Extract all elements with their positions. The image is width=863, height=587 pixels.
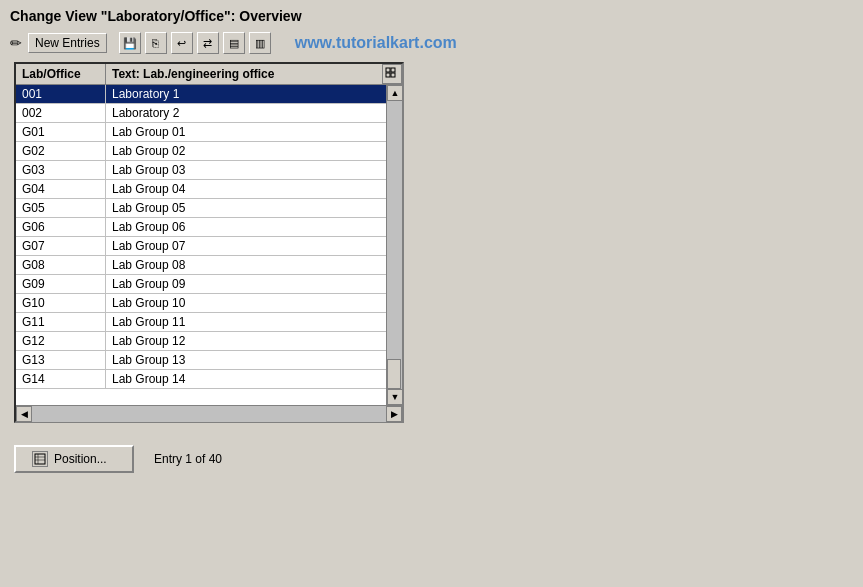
table-row[interactable]: G02Lab Group 02 [16,142,388,161]
cell-text-001: Laboratory 1 [106,85,388,103]
scroll-track [387,101,402,389]
import-button[interactable]: ▥ [249,32,271,54]
cell-lab-G01: G01 [16,123,106,141]
new-entries-button[interactable]: New Entries [28,33,107,53]
cell-text-G01: Lab Group 01 [106,123,388,141]
cell-text-G05: Lab Group 05 [106,199,388,217]
scroll-up-button[interactable]: ▲ [387,85,403,101]
content-area: Lab/Office Text: Lab./engineering office… [4,58,859,427]
save-button[interactable]: 💾 [119,32,141,54]
grid-icon-svg [385,67,399,81]
window-title: Change View "Laboratory/Office": Overvie… [10,8,302,24]
move-icon: ⇄ [203,37,212,50]
grid-settings-icon[interactable] [382,64,402,84]
scroll-down-button[interactable]: ▼ [387,389,403,405]
cell-text-G13: Lab Group 13 [106,351,388,369]
cell-text-002: Laboratory 2 [106,104,388,122]
cell-lab-G04: G04 [16,180,106,198]
column-header-lab: Lab/Office [16,64,106,84]
table-row[interactable]: G06Lab Group 06 [16,218,388,237]
cell-lab-G08: G08 [16,256,106,274]
table-row[interactable]: G04Lab Group 04 [16,180,388,199]
scroll-right-button[interactable]: ▶ [386,406,402,422]
scroll-thumb[interactable] [387,359,401,389]
move-button[interactable]: ⇄ [197,32,219,54]
export-button[interactable]: ▤ [223,32,245,54]
svg-rect-2 [386,73,390,77]
watermark: www.tutorialkart.com [295,34,457,52]
cell-lab-G09: G09 [16,275,106,293]
cell-lab-G05: G05 [16,199,106,217]
table-row[interactable]: G08Lab Group 08 [16,256,388,275]
table-row[interactable]: G11Lab Group 11 [16,313,388,332]
copy-icon: ⎘ [152,37,159,49]
cell-lab-G06: G06 [16,218,106,236]
cell-lab-G03: G03 [16,161,106,179]
position-icon [32,451,48,467]
cell-text-G03: Lab Group 03 [106,161,388,179]
table-header: Lab/Office Text: Lab./engineering office [16,64,402,85]
svg-rect-3 [391,73,395,77]
table-row[interactable]: G05Lab Group 05 [16,199,388,218]
table-row[interactable]: G12Lab Group 12 [16,332,388,351]
undo-icon: ↩ [177,37,186,50]
undo-button[interactable]: ↩ [171,32,193,54]
table-row[interactable]: 001Laboratory 1 [16,85,388,104]
cell-text-G06: Lab Group 06 [106,218,388,236]
position-button-label: Position... [54,452,107,466]
column-header-text: Text: Lab./engineering office [106,64,402,84]
cell-lab-G07: G07 [16,237,106,255]
cell-text-G08: Lab Group 08 [106,256,388,274]
cell-text-G12: Lab Group 12 [106,332,388,350]
cell-lab-G14: G14 [16,370,106,388]
svg-rect-4 [35,454,45,464]
pencil-icon: ✏ [10,35,22,51]
cell-text-G11: Lab Group 11 [106,313,388,331]
table-row[interactable]: G14Lab Group 14 [16,370,388,389]
cell-text-G04: Lab Group 04 [106,180,388,198]
main-window: Change View "Laboratory/Office": Overvie… [0,0,863,587]
table-body-wrapper: 001Laboratory 1002Laboratory 2G01Lab Gro… [16,85,402,405]
import-icon: ▥ [255,37,265,50]
table-row[interactable]: G13Lab Group 13 [16,351,388,370]
export-icon: ▤ [229,37,239,50]
cell-lab-G11: G11 [16,313,106,331]
table-row[interactable]: G07Lab Group 07 [16,237,388,256]
table-row[interactable]: G03Lab Group 03 [16,161,388,180]
position-button[interactable]: Position... [14,445,134,473]
h-scroll-track [32,406,386,422]
entry-count: Entry 1 of 40 [154,452,222,466]
table-row[interactable]: G10Lab Group 10 [16,294,388,313]
cell-text-G10: Lab Group 10 [106,294,388,312]
bottom-area: Position... Entry 1 of 40 [4,435,859,483]
cell-text-G07: Lab Group 07 [106,237,388,255]
title-bar: Change View "Laboratory/Office": Overvie… [4,4,859,30]
scroll-left-button[interactable]: ◀ [16,406,32,422]
horizontal-scrollbar[interactable]: ◀ ▶ [16,405,402,421]
table-row[interactable]: 002Laboratory 2 [16,104,388,123]
copy-button[interactable]: ⎘ [145,32,167,54]
cell-text-G14: Lab Group 14 [106,370,388,388]
cell-text-G09: Lab Group 09 [106,275,388,293]
cell-lab-001: 001 [16,85,106,103]
cell-lab-G10: G10 [16,294,106,312]
new-entries-label: New Entries [35,36,100,50]
cell-lab-G13: G13 [16,351,106,369]
svg-rect-0 [386,68,390,72]
svg-rect-1 [391,68,395,72]
save-icon: 💾 [123,37,137,50]
cell-lab-G02: G02 [16,142,106,160]
data-table: Lab/Office Text: Lab./engineering office… [14,62,404,423]
toolbar: ✏ New Entries 💾 ⎘ ↩ ⇄ ▤ ▥ www.tutorialka… [4,30,859,58]
table-row[interactable]: G01Lab Group 01 [16,123,388,142]
table-row[interactable]: G09Lab Group 09 [16,275,388,294]
vertical-scrollbar[interactable]: ▲ ▼ [386,85,402,405]
table-body[interactable]: 001Laboratory 1002Laboratory 2G01Lab Gro… [16,85,388,405]
cell-lab-G12: G12 [16,332,106,350]
cell-lab-002: 002 [16,104,106,122]
cell-text-G02: Lab Group 02 [106,142,388,160]
